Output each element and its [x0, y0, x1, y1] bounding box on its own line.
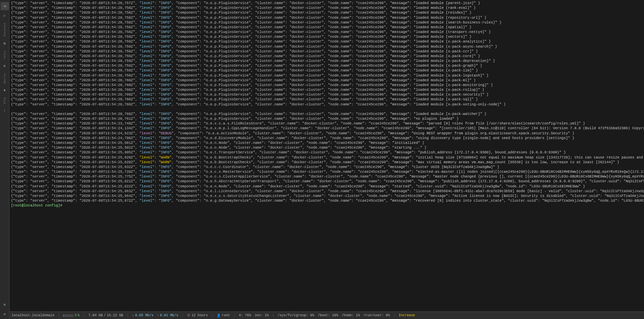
home-usage: /home: 1%: [341, 314, 360, 317]
memory-usage: 7.04 GB / 15.22 GB: [88, 314, 123, 317]
bottom-status-bar: localhost.localdomain | 3% | 7.04 GB / 1…: [10, 312, 644, 319]
sidebar-label-sftp: Sftp: [3, 97, 6, 104]
log-line: {"type": "server", "timestamp": "2020-07…: [11, 126, 643, 131]
log-line: {"type": "server", "timestamp": "2020-07…: [11, 121, 643, 126]
uptime-icon: ⏱: [187, 314, 190, 318]
log-line: {"type": "server", "timestamp": "2020-07…: [11, 87, 643, 92]
log-line: {"type": "server", "timestamp": "2020-07…: [11, 20, 643, 25]
sidebar-label-macros: Macros: [3, 73, 6, 83]
log-line: {"type": "server", "timestamp": "2020-07…: [11, 63, 643, 68]
log-line: {"type": "server", "timestamp": "2020-07…: [11, 25, 643, 30]
log-line: [11, 107, 643, 112]
log-line: {"type": "server", "timestamp": "2020-07…: [11, 179, 643, 184]
log-line: {"type": "server", "timestamp": "2020-07…: [11, 10, 643, 15]
log-line: {"type": "server", "timestamp": "2020-07…: [11, 58, 643, 63]
log-line: {"type": "server", "timestamp": "2020-07…: [11, 145, 643, 150]
net-down-label: 0.05 Mb/s: [135, 314, 153, 317]
boot-usage: /boot: 19%: [318, 314, 338, 317]
log-line: {"type": "server", "timestamp": "2020-07…: [11, 160, 643, 165]
net-down-icon: ↓: [132, 314, 134, 317]
cpu-usage: 3%: [63, 314, 80, 317]
sidebar-icon-sftp[interactable]: ↕: [1, 107, 9, 115]
terminal-output: {"type": "server", "timestamp": "2020-07…: [10, 0, 644, 312]
cpu-detail: 4: 76%: [239, 314, 251, 317]
mem-total-label: 15.22 GB: [107, 314, 123, 317]
run-user-label: /run/user: 0%: [363, 314, 390, 317]
log-line: {"type": "server", "timestamp": "2020-07…: [11, 112, 643, 116]
sidebar-nav-left[interactable]: ◁: [1, 2, 9, 10]
log-line: {"type": "server", "timestamp": "2020-07…: [11, 78, 643, 83]
log-line: {"type": "server", "timestamp": "2020-07…: [11, 54, 643, 58]
mem-used-label: 7.04 GB: [88, 314, 103, 317]
cpu-detail-label: 4: 76%: [239, 314, 251, 317]
log-line: {"type": "server", "timestamp": "2020-07…: [11, 136, 643, 140]
log-line: {"type": "server", "timestamp": "2020-07…: [11, 34, 643, 39]
log-line: {"type": "server", "timestamp": "2020-07…: [11, 97, 643, 102]
net-up-icon: ↑: [157, 314, 159, 317]
log-line: [root@localhost config]#: [11, 203, 643, 208]
sidebar-label-tools: Tools: [3, 50, 6, 59]
log-line: {"type": "server", "timestamp": "2020-07…: [11, 44, 643, 49]
log-line: {"type": "server", "timestamp": "2020-07…: [11, 155, 643, 160]
log-line: {"type": "server", "timestamp": "2020-07…: [11, 15, 643, 20]
sidebar-nav-right[interactable]: ▷: [1, 12, 9, 20]
log-line: {"type": "server", "timestamp": "2020-07…: [11, 116, 643, 121]
sidebar: ◁ ▷ Sessions ⊞ Tools ⚙ Macros ◈ Sftp ↕ ⊕…: [0, 0, 10, 319]
cpu-bar-fill: [63, 314, 64, 317]
increase-indicator: Increase: [399, 314, 415, 317]
log-line: {"type": "server", "timestamp": "2020-07…: [11, 165, 643, 169]
log-line: {"type": "server", "timestamp": "2020-07…: [11, 1, 643, 5]
log-line: {"type": "server", "timestamp": "2020-07…: [11, 174, 643, 179]
user-label: root: [222, 314, 230, 317]
log-line: {"type": "server", "timestamp": "2020-07…: [11, 198, 643, 203]
sysfs-usage: /sys/fs/cgroup: 0%: [277, 314, 314, 317]
log-line: {"type": "server", "timestamp": "2020-07…: [11, 73, 643, 78]
boot-label: /boot: 19%: [318, 314, 338, 317]
log-line: {"type": "server", "timestamp": "2020-07…: [11, 68, 643, 73]
log-line: {"type": "server", "timestamp": "2020-07…: [11, 150, 643, 155]
log-line: {"type": "server", "timestamp": "2020-07…: [11, 131, 643, 136]
log-line: {"type": "server", "timestamp": "2020-07…: [11, 92, 643, 97]
user: 👤 root: [217, 314, 230, 318]
log-line: {"type": "server", "timestamp": "2020-07…: [11, 102, 643, 107]
sidebar-label-sessions: Sessions: [3, 22, 6, 37]
sysfs-label: /sys/fs/cgroup: 0%: [277, 314, 314, 317]
hostname: localhost.localdomain: [12, 314, 54, 317]
sidebar-icon-bottom2[interactable]: ⊙: [1, 310, 9, 318]
log-line: {"type": "server", "timestamp": "2020-07…: [11, 184, 643, 189]
log-line: {"type": "server", "timestamp": "2020-07…: [11, 194, 643, 198]
uptime-label: 12 hours: [191, 314, 208, 317]
log-line: {"type": "server", "timestamp": "2020-07…: [11, 83, 643, 87]
uptime: ⏱ 12 hours: [187, 314, 208, 318]
log-line: {"type": "server", "timestamp": "2020-07…: [11, 39, 643, 44]
sidebar-icon-macros[interactable]: ◈: [1, 86, 9, 94]
log-line: {"type": "server", "timestamp": "2020-07…: [11, 49, 643, 54]
log-line: {"type": "server", "timestamp": "2020-07…: [11, 169, 643, 174]
user-icon: 👤: [217, 314, 221, 318]
sidebar-icon-bottom1[interactable]: ⊕: [1, 301, 9, 309]
home-label: /home: 1%: [341, 314, 360, 317]
cpu-bar-bg: [63, 314, 73, 317]
sidebar-icon-tools[interactable]: ⚙: [1, 62, 9, 70]
log-line: {"type": "server", "timestamp": "2020-07…: [11, 5, 643, 10]
increase-label: Increase: [399, 314, 415, 317]
net-up-label: 0.01 Mb/s: [160, 314, 178, 317]
jun-detail-label: Jun: 1%: [254, 314, 269, 317]
network-down: ↓ 0.05 Mb/s: [132, 314, 153, 317]
log-line: {"type": "server", "timestamp": "2020-07…: [11, 189, 643, 194]
run-user-usage: /run/user: 0%: [363, 314, 390, 317]
log-line: {"type": "server", "timestamp": "2020-07…: [11, 140, 643, 145]
cpu-percent-label: 3: [74, 314, 77, 317]
hostname-label: localhost.localdomain: [12, 314, 54, 317]
network-up: ↑ 0.01 Mb/s: [157, 314, 178, 317]
jun-detail: Jun: 1%: [254, 314, 269, 317]
sidebar-icon-sessions[interactable]: ⊞: [1, 39, 9, 48]
log-line: {"type": "server", "timestamp": "2020-07…: [11, 30, 643, 34]
